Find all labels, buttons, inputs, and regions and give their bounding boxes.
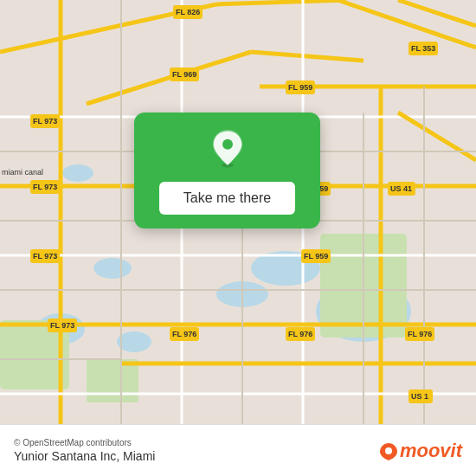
- svg-text:FL 973: FL 973: [33, 252, 57, 261]
- location-pin-icon: [207, 128, 248, 170]
- svg-text:FL 969: FL 969: [172, 70, 196, 79]
- svg-text:US 1: US 1: [411, 392, 428, 401]
- svg-text:FL 973: FL 973: [33, 117, 57, 125]
- svg-text:FL 973: FL 973: [33, 183, 57, 191]
- svg-point-70: [222, 139, 233, 150]
- take-me-there-button[interactable]: Take me there: [159, 182, 295, 215]
- svg-point-71: [385, 447, 392, 454]
- map-container: FL 826 FL 969 FL 959 FL 353 FL 973 FL 97…: [0, 0, 476, 424]
- svg-text:FL 976: FL 976: [288, 330, 312, 338]
- moovit-logo: moovit: [379, 440, 462, 462]
- svg-text:US 41: US 41: [390, 184, 412, 193]
- popup-card: Take me there: [134, 113, 320, 228]
- svg-text:FL 959: FL 959: [304, 252, 328, 261]
- svg-text:FL 826: FL 826: [176, 8, 200, 16]
- svg-point-5: [93, 258, 132, 279]
- location-name: Yunior Santana Inc, Miami: [14, 449, 155, 463]
- moovit-pin-icon: [379, 441, 398, 460]
- svg-point-4: [62, 164, 93, 182]
- bottom-left: © OpenStreetMap contributors Yunior Sant…: [14, 438, 155, 463]
- svg-text:miami canal: miami canal: [2, 168, 43, 177]
- svg-text:FL 976: FL 976: [408, 330, 432, 338]
- map-attribution: © OpenStreetMap contributors: [14, 438, 155, 447]
- bottom-bar: © OpenStreetMap contributors Yunior Sant…: [0, 424, 476, 476]
- svg-text:FL 973: FL 973: [50, 321, 74, 330]
- moovit-brand-text: moovit: [400, 440, 462, 462]
- svg-text:FL 353: FL 353: [411, 44, 435, 53]
- svg-text:FL 959: FL 959: [288, 83, 312, 92]
- svg-text:FL 976: FL 976: [172, 330, 196, 338]
